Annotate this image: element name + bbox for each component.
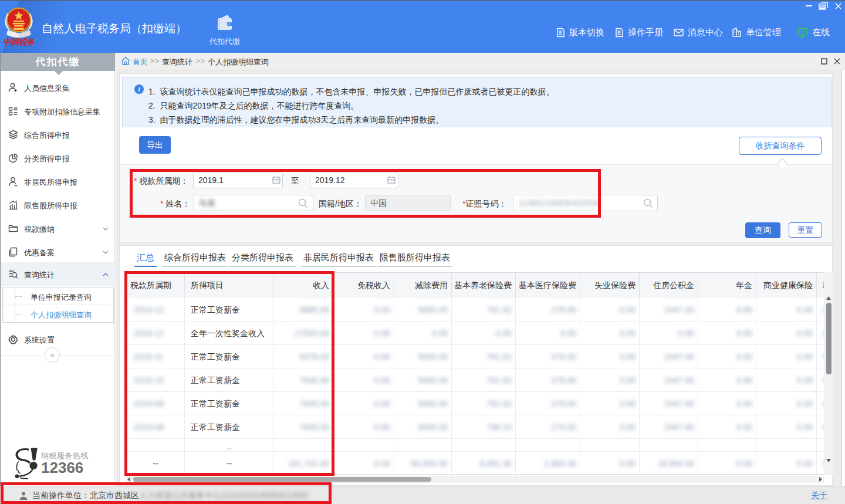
svg-text:中国税务: 中国税务 [4, 38, 34, 46]
